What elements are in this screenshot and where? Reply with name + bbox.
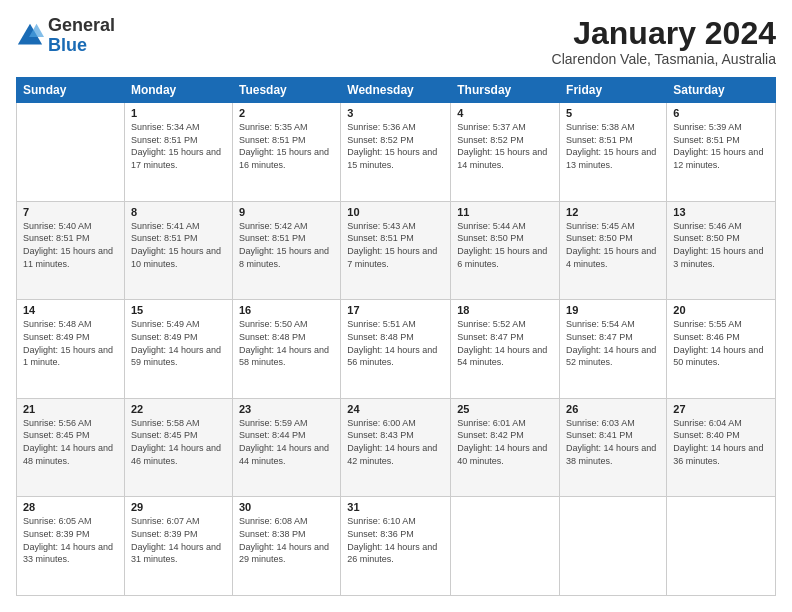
- day-info: Sunrise: 5:40 AMSunset: 8:51 PMDaylight:…: [23, 220, 118, 270]
- day-info: Sunrise: 5:48 AMSunset: 8:49 PMDaylight:…: [23, 318, 118, 368]
- day-info: Sunrise: 5:42 AMSunset: 8:51 PMDaylight:…: [239, 220, 334, 270]
- day-number: 18: [457, 304, 553, 316]
- calendar-cell: [560, 497, 667, 596]
- calendar-table: SundayMondayTuesdayWednesdayThursdayFrid…: [16, 77, 776, 596]
- week-row-0: 1Sunrise: 5:34 AMSunset: 8:51 PMDaylight…: [17, 103, 776, 202]
- page: General Blue January 2024 Clarendon Vale…: [0, 0, 792, 612]
- calendar-cell: 15Sunrise: 5:49 AMSunset: 8:49 PMDayligh…: [124, 300, 232, 399]
- day-info: Sunrise: 5:46 AMSunset: 8:50 PMDaylight:…: [673, 220, 769, 270]
- day-number: 19: [566, 304, 660, 316]
- day-info: Sunrise: 6:00 AMSunset: 8:43 PMDaylight:…: [347, 417, 444, 467]
- logo-general-text: General: [48, 15, 115, 35]
- day-info: Sunrise: 5:56 AMSunset: 8:45 PMDaylight:…: [23, 417, 118, 467]
- calendar-cell: 12Sunrise: 5:45 AMSunset: 8:50 PMDayligh…: [560, 201, 667, 300]
- location-text: Clarendon Vale, Tasmania, Australia: [552, 51, 776, 67]
- day-number: 2: [239, 107, 334, 119]
- week-row-3: 21Sunrise: 5:56 AMSunset: 8:45 PMDayligh…: [17, 398, 776, 497]
- day-info: Sunrise: 6:04 AMSunset: 8:40 PMDaylight:…: [673, 417, 769, 467]
- calendar-cell: 26Sunrise: 6:03 AMSunset: 8:41 PMDayligh…: [560, 398, 667, 497]
- day-number: 11: [457, 206, 553, 218]
- day-number: 31: [347, 501, 444, 513]
- calendar-cell: 1Sunrise: 5:34 AMSunset: 8:51 PMDaylight…: [124, 103, 232, 202]
- day-info: Sunrise: 5:50 AMSunset: 8:48 PMDaylight:…: [239, 318, 334, 368]
- day-number: 12: [566, 206, 660, 218]
- day-number: 3: [347, 107, 444, 119]
- day-info: Sunrise: 5:36 AMSunset: 8:52 PMDaylight:…: [347, 121, 444, 171]
- day-info: Sunrise: 5:55 AMSunset: 8:46 PMDaylight:…: [673, 318, 769, 368]
- calendar-cell: [451, 497, 560, 596]
- weekday-sunday: Sunday: [17, 78, 125, 103]
- month-title: January 2024: [552, 16, 776, 51]
- calendar-cell: 16Sunrise: 5:50 AMSunset: 8:48 PMDayligh…: [232, 300, 340, 399]
- day-info: Sunrise: 5:34 AMSunset: 8:51 PMDaylight:…: [131, 121, 226, 171]
- calendar-cell: 31Sunrise: 6:10 AMSunset: 8:36 PMDayligh…: [341, 497, 451, 596]
- day-number: 1: [131, 107, 226, 119]
- day-info: Sunrise: 5:54 AMSunset: 8:47 PMDaylight:…: [566, 318, 660, 368]
- day-info: Sunrise: 5:59 AMSunset: 8:44 PMDaylight:…: [239, 417, 334, 467]
- day-number: 9: [239, 206, 334, 218]
- calendar-cell: 2Sunrise: 5:35 AMSunset: 8:51 PMDaylight…: [232, 103, 340, 202]
- weekday-header-row: SundayMondayTuesdayWednesdayThursdayFrid…: [17, 78, 776, 103]
- day-number: 6: [673, 107, 769, 119]
- weekday-wednesday: Wednesday: [341, 78, 451, 103]
- day-number: 29: [131, 501, 226, 513]
- day-number: 8: [131, 206, 226, 218]
- day-info: Sunrise: 5:38 AMSunset: 8:51 PMDaylight:…: [566, 121, 660, 171]
- day-number: 13: [673, 206, 769, 218]
- day-number: 30: [239, 501, 334, 513]
- day-info: Sunrise: 5:45 AMSunset: 8:50 PMDaylight:…: [566, 220, 660, 270]
- day-info: Sunrise: 5:51 AMSunset: 8:48 PMDaylight:…: [347, 318, 444, 368]
- calendar-cell: 30Sunrise: 6:08 AMSunset: 8:38 PMDayligh…: [232, 497, 340, 596]
- day-number: 23: [239, 403, 334, 415]
- title-block: January 2024 Clarendon Vale, Tasmania, A…: [552, 16, 776, 67]
- day-number: 14: [23, 304, 118, 316]
- calendar-cell: 23Sunrise: 5:59 AMSunset: 8:44 PMDayligh…: [232, 398, 340, 497]
- calendar-cell: 27Sunrise: 6:04 AMSunset: 8:40 PMDayligh…: [667, 398, 776, 497]
- weekday-thursday: Thursday: [451, 78, 560, 103]
- day-number: 17: [347, 304, 444, 316]
- day-info: Sunrise: 5:43 AMSunset: 8:51 PMDaylight:…: [347, 220, 444, 270]
- day-info: Sunrise: 5:39 AMSunset: 8:51 PMDaylight:…: [673, 121, 769, 171]
- weekday-saturday: Saturday: [667, 78, 776, 103]
- day-number: 5: [566, 107, 660, 119]
- calendar-cell: 18Sunrise: 5:52 AMSunset: 8:47 PMDayligh…: [451, 300, 560, 399]
- day-number: 7: [23, 206, 118, 218]
- calendar-cell: 24Sunrise: 6:00 AMSunset: 8:43 PMDayligh…: [341, 398, 451, 497]
- calendar-cell: 5Sunrise: 5:38 AMSunset: 8:51 PMDaylight…: [560, 103, 667, 202]
- calendar-cell: 29Sunrise: 6:07 AMSunset: 8:39 PMDayligh…: [124, 497, 232, 596]
- calendar-cell: 19Sunrise: 5:54 AMSunset: 8:47 PMDayligh…: [560, 300, 667, 399]
- day-info: Sunrise: 5:35 AMSunset: 8:51 PMDaylight:…: [239, 121, 334, 171]
- calendar-cell: 9Sunrise: 5:42 AMSunset: 8:51 PMDaylight…: [232, 201, 340, 300]
- calendar-cell: [17, 103, 125, 202]
- calendar-cell: 28Sunrise: 6:05 AMSunset: 8:39 PMDayligh…: [17, 497, 125, 596]
- calendar-cell: 17Sunrise: 5:51 AMSunset: 8:48 PMDayligh…: [341, 300, 451, 399]
- calendar-cell: 14Sunrise: 5:48 AMSunset: 8:49 PMDayligh…: [17, 300, 125, 399]
- calendar-cell: 6Sunrise: 5:39 AMSunset: 8:51 PMDaylight…: [667, 103, 776, 202]
- day-number: 15: [131, 304, 226, 316]
- calendar-cell: [667, 497, 776, 596]
- day-info: Sunrise: 5:52 AMSunset: 8:47 PMDaylight:…: [457, 318, 553, 368]
- calendar-cell: 3Sunrise: 5:36 AMSunset: 8:52 PMDaylight…: [341, 103, 451, 202]
- day-number: 28: [23, 501, 118, 513]
- logo-blue-text: Blue: [48, 35, 87, 55]
- day-number: 22: [131, 403, 226, 415]
- week-row-2: 14Sunrise: 5:48 AMSunset: 8:49 PMDayligh…: [17, 300, 776, 399]
- calendar-cell: 11Sunrise: 5:44 AMSunset: 8:50 PMDayligh…: [451, 201, 560, 300]
- header: General Blue January 2024 Clarendon Vale…: [16, 16, 776, 67]
- day-number: 24: [347, 403, 444, 415]
- day-number: 26: [566, 403, 660, 415]
- day-info: Sunrise: 5:44 AMSunset: 8:50 PMDaylight:…: [457, 220, 553, 270]
- day-number: 27: [673, 403, 769, 415]
- day-number: 20: [673, 304, 769, 316]
- calendar-cell: 25Sunrise: 6:01 AMSunset: 8:42 PMDayligh…: [451, 398, 560, 497]
- calendar-cell: 4Sunrise: 5:37 AMSunset: 8:52 PMDaylight…: [451, 103, 560, 202]
- calendar-cell: 7Sunrise: 5:40 AMSunset: 8:51 PMDaylight…: [17, 201, 125, 300]
- weekday-monday: Monday: [124, 78, 232, 103]
- calendar-cell: 20Sunrise: 5:55 AMSunset: 8:46 PMDayligh…: [667, 300, 776, 399]
- day-info: Sunrise: 5:37 AMSunset: 8:52 PMDaylight:…: [457, 121, 553, 171]
- day-info: Sunrise: 6:01 AMSunset: 8:42 PMDaylight:…: [457, 417, 553, 467]
- day-info: Sunrise: 6:08 AMSunset: 8:38 PMDaylight:…: [239, 515, 334, 565]
- week-row-1: 7Sunrise: 5:40 AMSunset: 8:51 PMDaylight…: [17, 201, 776, 300]
- calendar-cell: 8Sunrise: 5:41 AMSunset: 8:51 PMDaylight…: [124, 201, 232, 300]
- day-number: 10: [347, 206, 444, 218]
